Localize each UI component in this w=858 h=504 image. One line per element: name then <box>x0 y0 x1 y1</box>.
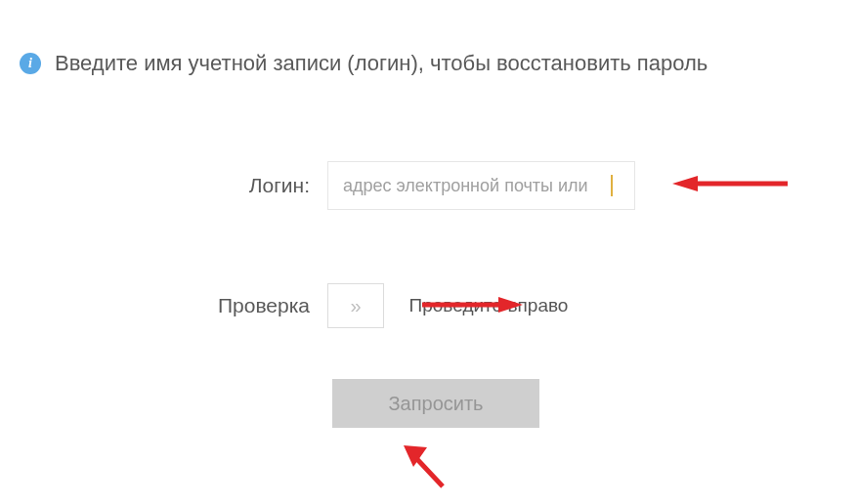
annotation-arrow-submit <box>396 438 454 491</box>
input-cursor <box>611 175 613 196</box>
svg-marker-3 <box>498 297 523 313</box>
svg-marker-1 <box>672 176 698 191</box>
info-banner: i Введите имя учетной записи (логин), чт… <box>20 51 708 76</box>
verify-label: Проверка <box>0 294 327 317</box>
submit-button[interactable]: Запросить <box>332 379 539 428</box>
login-input[interactable] <box>327 161 635 210</box>
slider-handle[interactable]: » <box>327 283 384 328</box>
verify-row: Проверка » Проведите вправо <box>0 283 650 328</box>
info-text: Введите имя учетной записи (логин), чтоб… <box>55 51 708 76</box>
submit-row: Запросить <box>332 379 539 428</box>
annotation-arrow-login <box>672 176 790 191</box>
info-icon: i <box>20 53 41 74</box>
login-label: Логин: <box>0 174 327 197</box>
annotation-arrow-verify <box>420 297 523 313</box>
login-row: Логин: <box>0 161 635 210</box>
